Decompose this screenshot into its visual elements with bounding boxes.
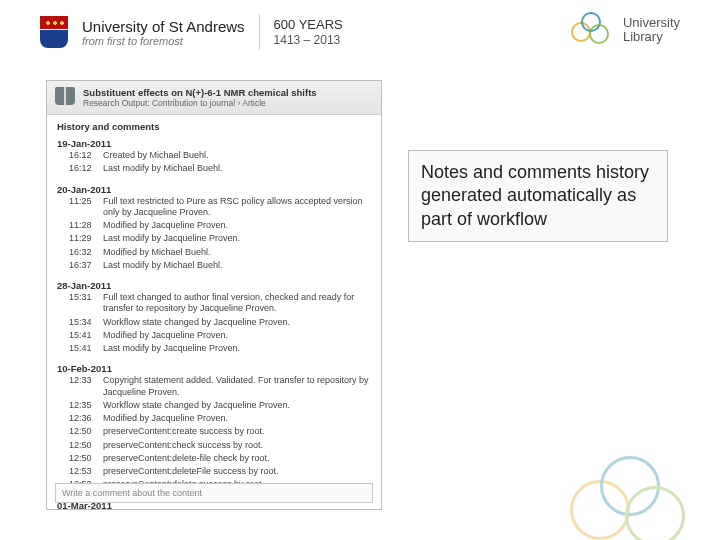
history-date: 10-Feb-2011 [57, 359, 371, 374]
university-crest-icon [40, 16, 68, 48]
entry-time: 15:41 [69, 343, 95, 354]
history-entry: 12:50preserveContent:create success by r… [57, 425, 371, 438]
entry-text: Modified by Jacqueline Proven. [103, 220, 371, 231]
history-date: 20-Jan-2011 [57, 180, 371, 195]
entry-time: 12:53 [69, 466, 95, 477]
slide-header: University of St Andrews from first to f… [0, 0, 720, 60]
history-entry: 12:50preserveContent:check success by ro… [57, 439, 371, 452]
history-entry: 11:29Last modify by Jacqueline Proven. [57, 232, 371, 245]
section-heading: History and comments [47, 115, 381, 134]
history-entry: 16:32Modified by Michael Buehl. [57, 246, 371, 259]
history-entry: 16:12Created by Michael Buehl. [57, 149, 371, 162]
history-entry: 15:31Full text changed to author final v… [57, 291, 371, 316]
history-entry: 15:41Last modify by Jacqueline Proven. [57, 342, 371, 355]
history-day: 19-Jan-201116:12Created by Michael Buehl… [47, 134, 381, 180]
entry-time: 12:50 [69, 453, 95, 464]
entry-time: 16:37 [69, 260, 95, 271]
entry-text: Modified by Michael Buehl. [103, 247, 371, 258]
entry-text: Full text changed to author final versio… [103, 292, 371, 315]
entry-time: 12:50 [69, 440, 95, 451]
entry-text: Created by Michael Buehl. [103, 150, 371, 161]
entry-time: 11:29 [69, 233, 95, 244]
entry-text: Workflow state changed by Jacqueline Pro… [103, 400, 371, 411]
entry-time: 15:31 [69, 292, 95, 315]
entry-text: Modified by Jacqueline Proven. [103, 330, 371, 341]
annotation-callout: Notes and comments history generated aut… [408, 150, 668, 242]
history-date: 19-Jan-2011 [57, 134, 371, 149]
entry-text: preserveContent:delete-file check by roo… [103, 453, 371, 464]
library-label: University Library [623, 16, 680, 45]
entry-time: 15:34 [69, 317, 95, 328]
history-entry: 12:50preserveContent:delete-file check b… [57, 452, 371, 465]
history-date: 28-Jan-2011 [57, 276, 371, 291]
entry-text: Last modify by Jacqueline Proven. [103, 233, 371, 244]
entry-time: 12:50 [69, 426, 95, 437]
publication-title: Substituent effects on N(+)-6-1 NMR chem… [83, 87, 317, 98]
comment-input[interactable]: Write a comment about the content [55, 483, 373, 503]
entry-text: preserveContent:check success by root. [103, 440, 371, 451]
university-name: University of St Andrews [82, 18, 245, 35]
entry-time: 16:12 [69, 150, 95, 161]
history-entry: 12:33Copyright statement added. Validate… [57, 374, 371, 399]
history-day: 10-Feb-201112:33Copyright statement adde… [47, 359, 381, 495]
entry-text: Copyright statement added. Validated. Fo… [103, 375, 371, 398]
entry-text: Modified by Jacqueline Proven. [103, 413, 371, 424]
university-name-block: University of St Andrews from first to f… [82, 18, 245, 47]
entry-time: 12:33 [69, 375, 95, 398]
publication-subtitle: Research Output: Contribution to journal… [83, 98, 317, 108]
entry-time: 11:28 [69, 220, 95, 231]
panel-header: Substituent effects on N(+)-6-1 NMR chem… [47, 81, 381, 115]
library-logo: University Library [571, 12, 680, 48]
history-day: 28-Jan-201115:31Full text changed to aut… [47, 276, 381, 359]
entry-text: preserveContent:create success by root. [103, 426, 371, 437]
rings-icon [571, 12, 615, 48]
decorative-rings-icon [570, 450, 700, 540]
entry-time: 11:25 [69, 196, 95, 219]
anniversary-title: 600 YEARS [274, 17, 343, 33]
publication-icon [55, 87, 75, 105]
history-entry: 11:25Full text restricted to Pure as RSC… [57, 195, 371, 220]
entry-time: 15:41 [69, 330, 95, 341]
history-entry: 12:36Modified by Jacqueline Proven. [57, 412, 371, 425]
entry-text: Workflow state changed by Jacqueline Pro… [103, 317, 371, 328]
history-entry: 16:37Last modify by Michael Buehl. [57, 259, 371, 272]
entry-time: 12:36 [69, 413, 95, 424]
history-list: 19-Jan-201116:12Created by Michael Buehl… [47, 134, 381, 510]
history-entry: 11:28Modified by Jacqueline Proven. [57, 219, 371, 232]
entry-text: Last modify by Michael Buehl. [103, 163, 371, 174]
entry-text: preserveContent:deleteFile success by ro… [103, 466, 371, 477]
history-day: 20-Jan-201111:25Full text restricted to … [47, 180, 381, 277]
university-tagline: from first to foremost [82, 35, 245, 47]
history-entry: 15:34Workflow state changed by Jacquelin… [57, 316, 371, 329]
history-panel: Substituent effects on N(+)-6-1 NMR chem… [46, 80, 382, 510]
history-entry: 12:53preserveContent:deleteFile success … [57, 465, 371, 478]
history-entry: 16:12Last modify by Michael Buehl. [57, 162, 371, 175]
history-entry: 12:35Workflow state changed by Jacquelin… [57, 399, 371, 412]
divider [259, 14, 260, 50]
entry-text: Full text restricted to Pure as RSC poli… [103, 196, 371, 219]
entry-text: Last modify by Michael Buehl. [103, 260, 371, 271]
anniversary-block: 600 YEARS 1413 – 2013 [274, 17, 343, 47]
entry-time: 16:32 [69, 247, 95, 258]
anniversary-range: 1413 – 2013 [274, 33, 343, 47]
entry-time: 16:12 [69, 163, 95, 174]
entry-text: Last modify by Jacqueline Proven. [103, 343, 371, 354]
entry-time: 12:35 [69, 400, 95, 411]
history-entry: 15:41Modified by Jacqueline Proven. [57, 329, 371, 342]
